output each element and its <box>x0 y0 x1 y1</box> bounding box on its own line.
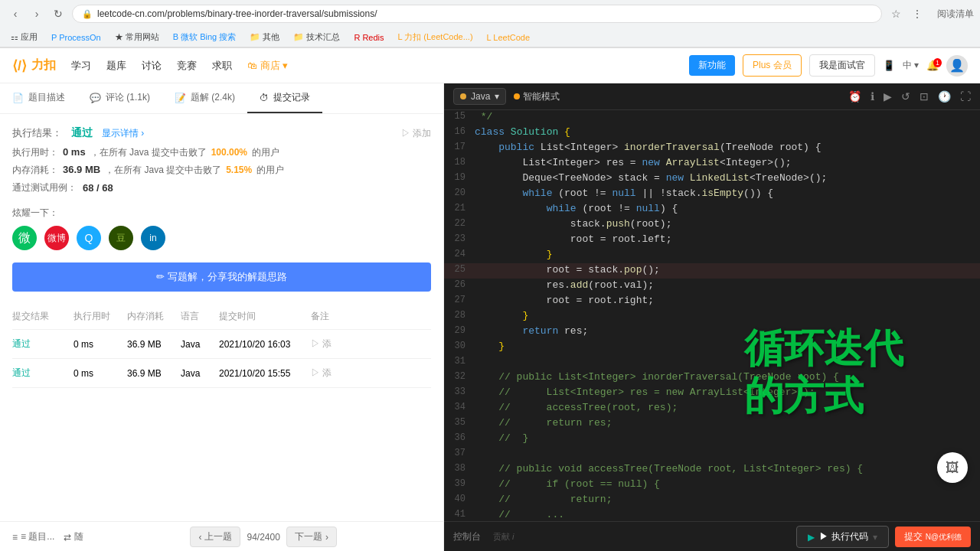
terminal-icon[interactable]: ⊡ <box>920 90 929 103</box>
nav-shop[interactable]: 🛍 商店 ▾ <box>247 56 288 76</box>
mobile-icon[interactable]: 📱 <box>883 60 895 71</box>
bookmark-other[interactable]: 📁 其他 <box>245 30 284 44</box>
write-solution-button[interactable]: ✏ 写题解，分享我的解题思路 <box>12 262 431 292</box>
wechat-icon[interactable]: 微 <box>12 226 37 250</box>
code-line-17: 17 public List<Integer> inorderTraversal… <box>444 141 980 156</box>
row1-add[interactable]: ▷ 添 <box>311 337 431 350</box>
code-line-24: 24 } <box>444 248 980 263</box>
bottom-center: ‹ 上一题 94/2400 下一题 › <box>190 527 336 547</box>
bookmark-redis[interactable]: R Redis <box>349 31 388 44</box>
code-line-30: 30 } <box>444 340 980 355</box>
random-button[interactable]: ⇄ 随 <box>64 530 83 543</box>
url-text: leetcode-cn.com/problems/binary-tree-ino… <box>97 8 377 19</box>
back-button[interactable]: ‹ <box>6 5 24 23</box>
bookmark-common[interactable]: ★ 常用网站 <box>110 30 164 44</box>
problem-menu-button[interactable]: ≡ ≡ 题目... <box>12 530 54 543</box>
douban-icon[interactable]: 豆 <box>109 226 133 250</box>
comment-icon: 💬 <box>90 93 101 103</box>
browser-toolbar: ‹ › ↻ 🔒 leetcode-cn.com/problems/binary-… <box>0 0 980 28</box>
run-icon[interactable]: ▶ <box>884 90 892 103</box>
user-avatar[interactable]: 👤 <box>946 55 968 77</box>
code-line-29: 29 return res; <box>444 324 980 340</box>
bookmark-star[interactable]: ☆ <box>887 5 905 23</box>
address-bar[interactable]: 🔒 leetcode-cn.com/problems/binary-tree-i… <box>72 5 882 23</box>
browser-actions: ☆ ⋮ <box>887 5 926 23</box>
code-line-27: 27 root = root.right; <box>444 294 980 309</box>
expand-icon[interactable]: ⛶ <box>960 90 971 103</box>
row2-result[interactable]: 通过 <box>12 367 74 380</box>
row1-result[interactable]: 通过 <box>12 337 74 350</box>
share-label: 炫耀一下： <box>12 207 431 220</box>
row2-add[interactable]: ▷ 添 <box>311 367 431 380</box>
timer-icon[interactable]: ⏰ <box>848 90 861 103</box>
bookmark-apps[interactable]: ⚏ 应用 <box>6 30 42 44</box>
contribute-text[interactable]: 贡献 i <box>493 531 514 543</box>
qq-icon[interactable]: Q <box>77 226 101 250</box>
reading-list[interactable]: 阅读清单 <box>937 8 974 21</box>
row2-time: 0 ms <box>74 368 127 379</box>
interviewer-button[interactable]: 我是面试官 <box>809 54 875 77</box>
share-section: 炫耀一下： 微 微博 Q 豆 in <box>12 207 431 250</box>
refresh-button[interactable]: ↻ <box>49 5 67 23</box>
floating-action-button[interactable]: 🖼 <box>937 452 968 483</box>
runtime-text: ，在所有 Java 提交中击败了 <box>90 146 207 159</box>
nav-problems[interactable]: 题库 <box>106 56 126 76</box>
result-add-btn[interactable]: ▷ 添加 <box>401 127 431 140</box>
nav-discuss[interactable]: 讨论 <box>142 56 162 76</box>
browser-menu[interactable]: ⋮ <box>908 5 926 23</box>
tab-solutions[interactable]: 📝 题解 (2.4k) <box>162 83 247 113</box>
result-detail-link[interactable]: 显示详情 › <box>102 127 144 140</box>
editor-actions: ⏰ ℹ ▶ ↺ ⊡ 🕐 ⛶ <box>848 90 971 103</box>
memory-percent: 5.15% <box>226 165 252 175</box>
plus-member-button[interactable]: Plus 会员 <box>743 54 802 77</box>
left-panel: 📄 题目描述 💬 评论 (1.1k) 📝 题解 (2.4k) ⏱ 提交记录 <box>0 83 444 551</box>
new-feature-button[interactable]: 新功能 <box>689 55 735 76</box>
lang-selector[interactable]: 中 ▾ <box>903 59 919 72</box>
next-problem-button[interactable]: 下一题 › <box>286 527 337 547</box>
memory-label: 内存消耗： <box>12 164 58 177</box>
nav-jobs[interactable]: 求职 <box>212 56 232 76</box>
submit-button[interactable]: 提交 N@优利德 <box>895 527 971 547</box>
code-line-36: 36 // } <box>444 432 980 447</box>
site-logo[interactable]: ⟨/⟩ 力扣 <box>12 57 56 74</box>
row1-memory: 36.9 MB <box>127 339 181 350</box>
console-button[interactable]: 控制台 <box>453 530 481 543</box>
code-line-39: 39 // if (root == null) { <box>444 478 980 493</box>
code-line-19: 19 Deque<TreeNode> stack = new LinkedLis… <box>444 171 980 187</box>
tab-comments[interactable]: 💬 评论 (1.1k) <box>77 83 162 113</box>
bookmark-procsson[interactable]: P ProcessOn <box>47 31 106 44</box>
tab-submissions[interactable]: ⏱ 提交记录 <box>247 83 322 113</box>
editor-container: 15 */ 16 class Solution { 17 public List… <box>444 110 980 521</box>
smart-mode-toggle[interactable]: 智能模式 <box>514 90 560 103</box>
bookmark-leetcode-cn[interactable]: L 力扣 (LeetCode...) <box>394 30 478 44</box>
nav-contest[interactable]: 竞赛 <box>177 56 197 76</box>
bookmark-leetcode[interactable]: L LeetCode <box>482 31 534 44</box>
language-selector[interactable]: Java ▾ <box>453 88 506 105</box>
info-icon[interactable]: ℹ <box>871 90 874 103</box>
next-icon: › <box>325 532 328 543</box>
linkedin-icon[interactable]: in <box>141 226 165 250</box>
code-editor[interactable]: 15 */ 16 class Solution { 17 public List… <box>444 110 980 521</box>
clock-icon[interactable]: 🕐 <box>938 90 951 103</box>
header-right: 新功能 Plus 会员 我是面试官 📱 中 ▾ 🔔1 👤 <box>689 54 968 77</box>
forward-button[interactable]: › <box>28 5 46 23</box>
lang-chevron: ▾ <box>495 91 499 102</box>
bookmark-tech[interactable]: 📁 技术汇总 <box>289 30 345 44</box>
smart-dot <box>514 93 520 99</box>
code-line-26: 26 res.add(root.val); <box>444 279 980 294</box>
weibo-icon[interactable]: 微博 <box>44 226 69 250</box>
tab-description[interactable]: 📄 题目描述 <box>0 83 77 113</box>
lang-label: Java <box>471 91 490 102</box>
bookmark-bing[interactable]: B 微软 Bing 搜索 <box>168 30 241 44</box>
nav-learn[interactable]: 学习 <box>71 56 91 76</box>
java-dot <box>460 93 466 99</box>
row1-lang: Java <box>181 339 219 350</box>
prev-problem-button[interactable]: ‹ 上一题 <box>190 527 240 547</box>
runtime-suffix: 的用户 <box>252 146 279 159</box>
notification-icon[interactable]: 🔔1 <box>926 60 939 71</box>
col-header-result: 提交结果 <box>12 310 74 323</box>
runtime-value: 0 ms <box>63 146 86 158</box>
code-line-18: 18 List<Integer> res = new ArrayList<Int… <box>444 156 980 171</box>
refresh-icon[interactable]: ↺ <box>901 90 910 103</box>
run-code-button[interactable]: ▶ ▶ 执行代码 ▾ <box>796 526 888 548</box>
